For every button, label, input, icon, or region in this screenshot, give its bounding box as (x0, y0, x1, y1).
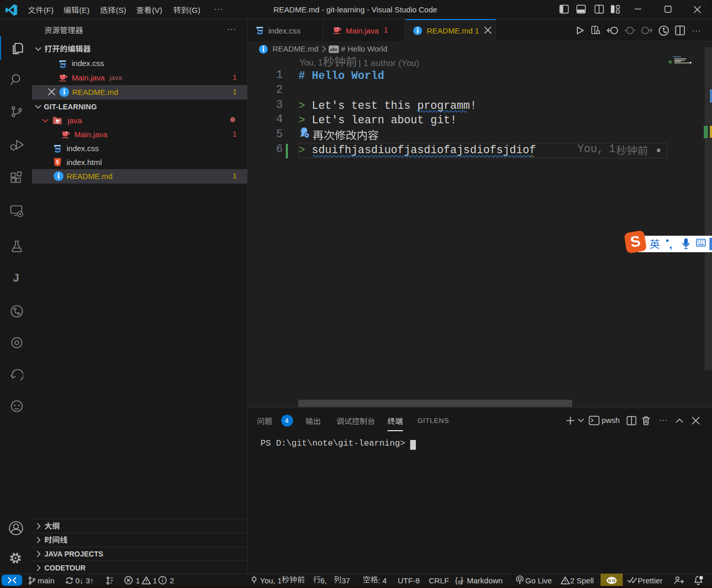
svg-text:{: { (455, 576, 458, 584)
svg-text:abc: abc (330, 47, 338, 52)
svg-text:5: 5 (56, 159, 59, 165)
